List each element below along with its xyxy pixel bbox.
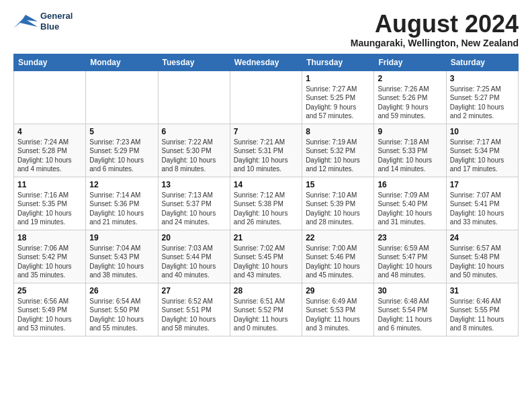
day-info: Sunrise: 6:59 AM Sunset: 5:47 PM Dayligh…: [378, 244, 442, 280]
day-info: Sunrise: 7:00 AM Sunset: 5:46 PM Dayligh…: [306, 244, 370, 280]
calendar-cell: 16Sunrise: 7:09 AM Sunset: 5:40 PM Dayli…: [374, 177, 446, 230]
day-number: 30: [378, 286, 442, 295]
calendar-cell: 7Sunrise: 7:21 AM Sunset: 5:31 PM Daylig…: [230, 124, 302, 177]
calendar-cell: 11Sunrise: 7:16 AM Sunset: 5:35 PM Dayli…: [14, 177, 86, 230]
calendar-cell: 27Sunrise: 6:52 AM Sunset: 5:51 PM Dayli…: [158, 283, 230, 336]
day-number: 18: [17, 233, 82, 242]
day-number: 19: [89, 233, 154, 242]
calendar-cell: [230, 71, 302, 124]
day-number: 6: [162, 127, 226, 136]
day-info: Sunrise: 7:06 AM Sunset: 5:42 PM Dayligh…: [17, 244, 82, 280]
day-number: 4: [17, 127, 82, 136]
calendar-cell: 9Sunrise: 7:18 AM Sunset: 5:33 PM Daylig…: [374, 124, 446, 177]
day-info: Sunrise: 7:23 AM Sunset: 5:29 PM Dayligh…: [89, 138, 154, 174]
day-info: Sunrise: 6:57 AM Sunset: 5:48 PM Dayligh…: [450, 244, 515, 280]
day-info: Sunrise: 7:21 AM Sunset: 5:31 PM Dayligh…: [234, 138, 298, 174]
calendar-cell: 10Sunrise: 7:17 AM Sunset: 5:34 PM Dayli…: [446, 124, 518, 177]
day-info: Sunrise: 7:02 AM Sunset: 5:45 PM Dayligh…: [234, 244, 298, 280]
calendar-cell: [86, 71, 158, 124]
day-info: Sunrise: 6:49 AM Sunset: 5:53 PM Dayligh…: [306, 297, 370, 333]
day-number: 11: [17, 180, 82, 189]
logo-icon: [13, 12, 38, 31]
calendar-cell: 14Sunrise: 7:12 AM Sunset: 5:38 PM Dayli…: [230, 177, 302, 230]
day-info: Sunrise: 7:24 AM Sunset: 5:28 PM Dayligh…: [17, 138, 82, 174]
calendar-cell: 15Sunrise: 7:10 AM Sunset: 5:39 PM Dayli…: [302, 177, 374, 230]
day-of-week-header: Monday: [86, 54, 158, 71]
calendar-cell: 4Sunrise: 7:24 AM Sunset: 5:28 PM Daylig…: [14, 124, 86, 177]
calendar-cell: [14, 71, 86, 124]
day-info: Sunrise: 6:48 AM Sunset: 5:54 PM Dayligh…: [378, 297, 442, 333]
day-number: 23: [378, 233, 442, 242]
calendar-cell: 6Sunrise: 7:22 AM Sunset: 5:30 PM Daylig…: [158, 124, 230, 177]
day-number: 27: [162, 286, 226, 295]
day-info: Sunrise: 6:54 AM Sunset: 5:50 PM Dayligh…: [89, 297, 154, 333]
day-info: Sunrise: 7:14 AM Sunset: 5:36 PM Dayligh…: [89, 191, 154, 227]
day-number: 13: [162, 180, 226, 189]
day-info: Sunrise: 7:03 AM Sunset: 5:44 PM Dayligh…: [162, 244, 226, 280]
svg-marker-0: [13, 15, 38, 28]
calendar-cell: 8Sunrise: 7:19 AM Sunset: 5:32 PM Daylig…: [302, 124, 374, 177]
month-year: August 2024: [351, 11, 519, 38]
calendar-cell: 3Sunrise: 7:25 AM Sunset: 5:27 PM Daylig…: [446, 71, 518, 124]
location: Maungaraki, Wellington, New Zealand: [351, 38, 519, 48]
calendar-cell: 12Sunrise: 7:14 AM Sunset: 5:36 PM Dayli…: [86, 177, 158, 230]
day-number: 3: [450, 74, 515, 83]
day-of-week-header: Wednesday: [230, 54, 302, 71]
calendar: SundayMondayTuesdayWednesdayThursdayFrid…: [13, 54, 519, 336]
calendar-cell: 23Sunrise: 6:59 AM Sunset: 5:47 PM Dayli…: [374, 230, 446, 283]
day-number: 9: [378, 127, 442, 136]
day-info: Sunrise: 7:19 AM Sunset: 5:32 PM Dayligh…: [306, 138, 370, 174]
day-number: 15: [306, 180, 370, 189]
day-info: Sunrise: 7:17 AM Sunset: 5:34 PM Dayligh…: [450, 138, 515, 174]
day-number: 28: [234, 286, 298, 295]
calendar-cell: 24Sunrise: 6:57 AM Sunset: 5:48 PM Dayli…: [446, 230, 518, 283]
day-number: 16: [378, 180, 442, 189]
calendar-cell: 25Sunrise: 6:56 AM Sunset: 5:49 PM Dayli…: [14, 283, 86, 336]
day-number: 7: [234, 127, 298, 136]
day-info: Sunrise: 7:13 AM Sunset: 5:37 PM Dayligh…: [162, 191, 226, 227]
logo-text: General Blue: [40, 11, 73, 32]
day-info: Sunrise: 6:56 AM Sunset: 5:49 PM Dayligh…: [17, 297, 82, 333]
calendar-cell: 22Sunrise: 7:00 AM Sunset: 5:46 PM Dayli…: [302, 230, 374, 283]
day-of-week-header: Sunday: [14, 54, 86, 71]
day-of-week-header: Tuesday: [158, 54, 230, 71]
day-number: 12: [89, 180, 154, 189]
calendar-cell: 21Sunrise: 7:02 AM Sunset: 5:45 PM Dayli…: [230, 230, 302, 283]
day-number: 25: [17, 286, 82, 295]
day-info: Sunrise: 7:12 AM Sunset: 5:38 PM Dayligh…: [234, 191, 298, 227]
header: General Blue August 2024 Maungaraki, Wel…: [13, 11, 519, 48]
calendar-cell: 19Sunrise: 7:04 AM Sunset: 5:43 PM Dayli…: [86, 230, 158, 283]
calendar-cell: 20Sunrise: 7:03 AM Sunset: 5:44 PM Dayli…: [158, 230, 230, 283]
day-of-week-header: Friday: [374, 54, 446, 71]
calendar-cell: 30Sunrise: 6:48 AM Sunset: 5:54 PM Dayli…: [374, 283, 446, 336]
day-info: Sunrise: 7:07 AM Sunset: 5:41 PM Dayligh…: [450, 191, 515, 227]
calendar-cell: 1Sunrise: 7:27 AM Sunset: 5:25 PM Daylig…: [302, 71, 374, 124]
day-info: Sunrise: 6:51 AM Sunset: 5:52 PM Dayligh…: [234, 297, 298, 333]
calendar-cell: 26Sunrise: 6:54 AM Sunset: 5:50 PM Dayli…: [86, 283, 158, 336]
day-info: Sunrise: 7:10 AM Sunset: 5:39 PM Dayligh…: [306, 191, 370, 227]
calendar-cell: 17Sunrise: 7:07 AM Sunset: 5:41 PM Dayli…: [446, 177, 518, 230]
calendar-cell: 31Sunrise: 6:46 AM Sunset: 5:55 PM Dayli…: [446, 283, 518, 336]
day-number: 8: [306, 127, 370, 136]
day-number: 29: [306, 286, 370, 295]
day-info: Sunrise: 7:04 AM Sunset: 5:43 PM Dayligh…: [89, 244, 154, 280]
calendar-cell: 13Sunrise: 7:13 AM Sunset: 5:37 PM Dayli…: [158, 177, 230, 230]
day-of-week-header: Thursday: [302, 54, 374, 71]
day-info: Sunrise: 7:26 AM Sunset: 5:26 PM Dayligh…: [378, 85, 442, 121]
day-number: 17: [450, 180, 515, 189]
calendar-cell: 28Sunrise: 6:51 AM Sunset: 5:52 PM Dayli…: [230, 283, 302, 336]
day-number: 31: [450, 286, 515, 295]
day-number: 2: [378, 74, 442, 83]
day-number: 10: [450, 127, 515, 136]
day-info: Sunrise: 6:46 AM Sunset: 5:55 PM Dayligh…: [450, 297, 515, 333]
day-number: 5: [89, 127, 154, 136]
day-number: 20: [162, 233, 226, 242]
day-info: Sunrise: 7:25 AM Sunset: 5:27 PM Dayligh…: [450, 85, 515, 121]
day-info: Sunrise: 7:27 AM Sunset: 5:25 PM Dayligh…: [306, 85, 370, 121]
day-number: 21: [234, 233, 298, 242]
day-info: Sunrise: 7:09 AM Sunset: 5:40 PM Dayligh…: [378, 191, 442, 227]
calendar-cell: 5Sunrise: 7:23 AM Sunset: 5:29 PM Daylig…: [86, 124, 158, 177]
day-number: 1: [306, 74, 370, 83]
logo: General Blue: [13, 11, 73, 32]
calendar-cell: [158, 71, 230, 124]
